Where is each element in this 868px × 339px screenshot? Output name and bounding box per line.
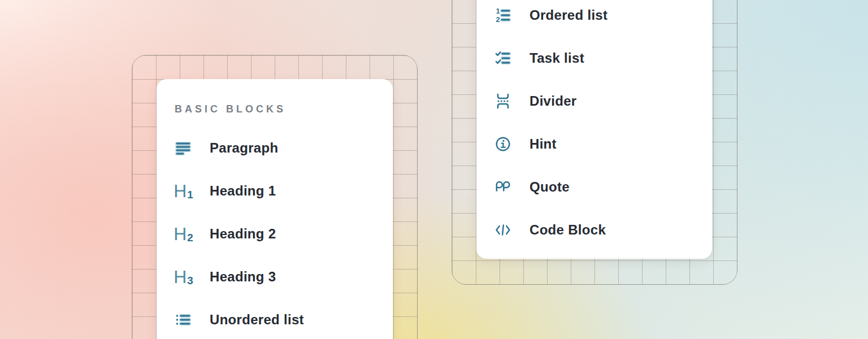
heading-level: 3	[187, 275, 193, 286]
svg-text:1: 1	[496, 7, 500, 15]
menu-item-label: Task list	[530, 50, 584, 66]
menu-item-heading-3[interactable]: H3Heading 3	[157, 255, 393, 298]
menu-item-label: Unordered list	[210, 312, 304, 328]
block-menu-continued: 12Ordered listTask listDividerHintQuoteC…	[476, 0, 712, 259]
menu-item-code-block[interactable]: Code Block	[476, 208, 712, 251]
menu-item-task-list[interactable]: Task list	[476, 37, 712, 80]
menu-item-label: Heading 1	[210, 183, 276, 199]
paragraph-icon	[175, 138, 192, 158]
menu-item-label: Paragraph	[210, 140, 278, 156]
divider-icon	[494, 92, 511, 111]
menu-item-ordered-list[interactable]: 12Ordered list	[476, 0, 712, 37]
heading-letter: H3	[173, 268, 193, 286]
menu-item-label: Divider	[530, 93, 576, 109]
menu-item-label: Quote	[530, 179, 570, 195]
block-menu-basic-blocks: BASIC BLOCKS ParagraphH1Heading 1H2Headi…	[157, 79, 393, 339]
menu-item-heading-2[interactable]: H2Heading 2	[157, 212, 393, 255]
heading-level: 2	[187, 232, 193, 243]
menu-item-label: Heading 2	[210, 226, 276, 242]
menu-item-hint[interactable]: Hint	[476, 123, 712, 166]
unordered-list-icon	[175, 310, 192, 329]
menu-item-label: Hint	[530, 136, 557, 152]
heading-3-icon: H3	[175, 267, 192, 286]
svg-text:2: 2	[496, 15, 500, 24]
menu-item-quote[interactable]: Quote	[476, 166, 712, 208]
code-block-icon	[494, 220, 511, 240]
menu-item-label: Code Block	[530, 222, 606, 238]
quote-icon	[494, 177, 511, 197]
menu-item-list: 12Ordered listTask listDividerHintQuoteC…	[476, 0, 712, 251]
menu-item-divider[interactable]: Divider	[476, 80, 712, 123]
hint-icon	[494, 134, 511, 154]
section-title: BASIC BLOCKS	[175, 104, 393, 114]
menu-item-label: Ordered list	[530, 7, 607, 23]
heading-letter: H1	[173, 182, 193, 200]
heading-1-icon: H1	[175, 181, 192, 201]
heading-letter: H2	[173, 225, 193, 243]
menu-item-label: Heading 3	[210, 269, 276, 285]
editor-blocks-hero: BASIC BLOCKS ParagraphH1Heading 1H2Headi…	[0, 0, 868, 339]
menu-item-paragraph[interactable]: Paragraph	[157, 127, 393, 169]
ordered-list-icon: 12	[494, 6, 511, 25]
menu-item-heading-1[interactable]: H1Heading 1	[157, 169, 393, 212]
heading-level: 1	[187, 189, 193, 200]
heading-2-icon: H2	[175, 224, 192, 244]
menu-item-list: ParagraphH1Heading 1H2Heading 2H3Heading…	[157, 127, 393, 339]
menu-item-unordered-list[interactable]: Unordered list	[157, 298, 393, 339]
task-list-icon	[494, 49, 511, 68]
